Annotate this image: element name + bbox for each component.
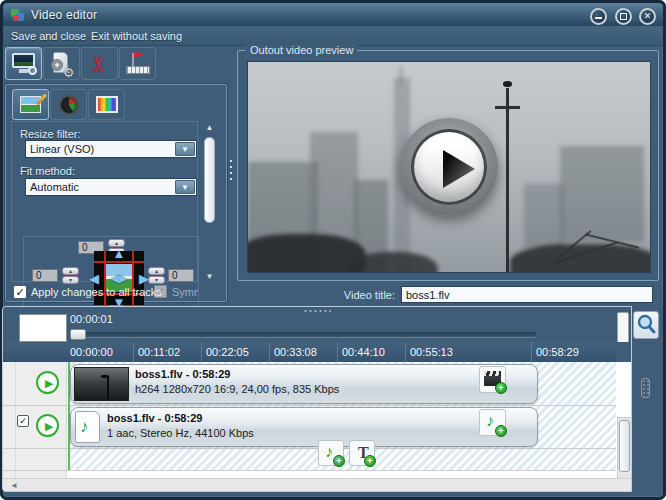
close-button[interactable]: ✕ [639,8,656,25]
chevron-down-icon: ▼ [175,142,195,156]
audio-clip-title: boss1.flv - 0:58:29 [107,412,202,424]
settings-scrollbar-thumb[interactable] [204,137,215,223]
plus-icon: + [495,382,507,394]
minimize-button[interactable] [590,8,607,25]
crop-arrow-right-icon[interactable]: ▶ [139,272,149,285]
building-silhouette [524,184,564,248]
play-icon: ▶ [45,377,53,390]
play-icon: ▶ [45,420,53,433]
building-silhouette [560,146,644,242]
monitor-stand [19,69,28,73]
resize-filter-value: Linear (VSO) [30,143,94,155]
toolbar-chapters-button[interactable] [119,47,156,80]
ruler-timestamp: 00:55:13 [410,346,453,358]
output-preview-label: Outout video preview [246,44,357,56]
menu-save-and-close[interactable]: Save and close [11,30,86,42]
current-time: 00:00:01 [70,313,113,325]
spin-up-button[interactable]: ▴ [148,267,165,275]
seek-slider-handle[interactable] [70,329,86,340]
add-text-track-button[interactable]: T + [349,440,375,466]
play-icon [443,150,475,188]
video-title-label: Video title: [237,289,395,301]
scissors-icon: ✂ [87,54,113,72]
crop-right-field[interactable] [168,269,194,282]
gauge-icon [59,95,79,115]
ruler-end-timestamp: 00:58:29 [536,346,579,358]
clapperboard-stripes [484,371,501,376]
video-clip-title: boss1.flv - 0:58:29 [135,368,230,380]
antenna-silhouette [400,66,402,84]
plus-icon: + [495,425,507,437]
maximize-button[interactable] [615,8,632,25]
magnifier-overlay-icon [28,66,37,75]
timeline-splitter-handle[interactable] [303,309,331,313]
resize-settings-box: Resize filter: Linear (VSO) ▼ Fit method… [11,121,198,282]
ruler-right-spacer [616,342,632,362]
fit-method-value: Automatic [30,181,79,193]
apply-all-checkbox[interactable]: ✓ [13,285,27,299]
ruler-timestamp: 00:00:00 [70,346,113,358]
tracks-area: ▶ boss1.flv - 0:58:29 h264 1280x720 16:9… [3,362,632,485]
pencil-icon [36,94,47,106]
tab-color-dial[interactable] [50,89,87,120]
crop-right-spinner: ▴ ▾ [148,267,165,284]
timeline-zoom-button[interactable] [633,311,659,339]
scroll-left-icon[interactable]: ◄ [10,481,18,490]
video-clip-thumbnail [74,367,129,401]
audio-track-checkbox[interactable]: ✓ [17,415,29,427]
toolbar-cut-button[interactable]: ✂ [81,47,118,80]
tracks-scrollbar-thumb[interactable] [619,420,630,472]
bird-silhouette [503,81,512,87]
resize-filter-select[interactable]: Linear (VSO) ▼ [25,140,197,158]
timeline-ruler[interactable]: 00:00:00 00:11:02 00:22:05 00:33:08 00:4… [3,342,616,362]
add-video-clip-button[interactable]: + [479,366,506,393]
timeline-right-column [632,306,663,492]
add-audio-clip-button[interactable]: ♪ + [479,409,506,436]
crop-arrow-left-icon[interactable]: ◀ [89,272,99,285]
video-title-input[interactable] [401,286,653,303]
crop-arrow-horizontal-icon[interactable]: ◀▶ [111,272,126,285]
fit-method-label: Fit method: [20,165,75,177]
add-audio-track-button[interactable]: ♪ + [318,440,344,466]
audio-clip[interactable]: ♪ boss1.flv - 0:58:29 1 aac, Stereo Hz, … [70,407,538,447]
ruler-tick [201,342,202,362]
seek-slider[interactable] [70,332,536,337]
toolbar-encoding-settings-button[interactable]: ⚙ [43,47,80,80]
magnifier-icon [634,312,658,338]
apply-all-row: ✓ Apply changes to all tracks [11,284,217,301]
crop-arrow-up-icon[interactable]: ▲ [113,247,126,260]
output-preview-group: Outout video preview [237,50,659,281]
crop-left-field[interactable] [32,269,58,282]
fit-method-select[interactable]: Automatic ▼ [25,178,197,196]
audio-clip-icon-tile: ♪ [75,411,100,443]
video-clip[interactable]: boss1.flv - 0:58:29 h264 1280x720 16:9, … [70,364,538,404]
menu-exit-without-saving[interactable]: Exit without saving [91,30,182,42]
crop-left-spinner: ▴ ▾ [62,267,79,284]
close-icon: ✕ [641,11,654,22]
music-note-icon: ♪ [80,417,89,437]
right-splitter-handle[interactable] [641,378,650,398]
video-preview[interactable] [247,61,651,273]
monitor-image-icon [12,53,36,75]
preview-play-button[interactable] [400,118,498,216]
image-edit-icon [20,96,41,113]
panel-splitter-handle[interactable] [229,158,233,184]
ruler-timestamp: 00:11:02 [138,346,180,358]
timeline-horizontal-scrollbar[interactable]: ◄ [3,478,632,492]
settings-panel: Resize filter: Linear (VSO) ▼ Fit method… [5,84,227,302]
video-track-play-button[interactable]: ▶ [36,371,59,394]
tab-colors[interactable] [88,89,125,120]
tab-resize[interactable] [12,89,49,120]
ruler-timestamp: 00:22:05 [206,346,249,358]
spin-down-button[interactable]: ▾ [62,276,79,284]
flag-pole [132,53,134,67]
toolbar-video-settings-button[interactable] [5,47,42,80]
spin-up-button[interactable]: ▴ [62,267,79,275]
audio-track-play-button[interactable]: ▶ [36,414,59,437]
scroll-down-icon[interactable]: ▼ [202,272,217,281]
settings-scrollbar: ▲ ▼ [202,123,217,281]
scroll-up-icon[interactable]: ▲ [202,123,217,132]
ruler-tick [405,342,406,362]
flag-shape [134,52,145,60]
spin-down-button[interactable]: ▾ [148,276,165,284]
